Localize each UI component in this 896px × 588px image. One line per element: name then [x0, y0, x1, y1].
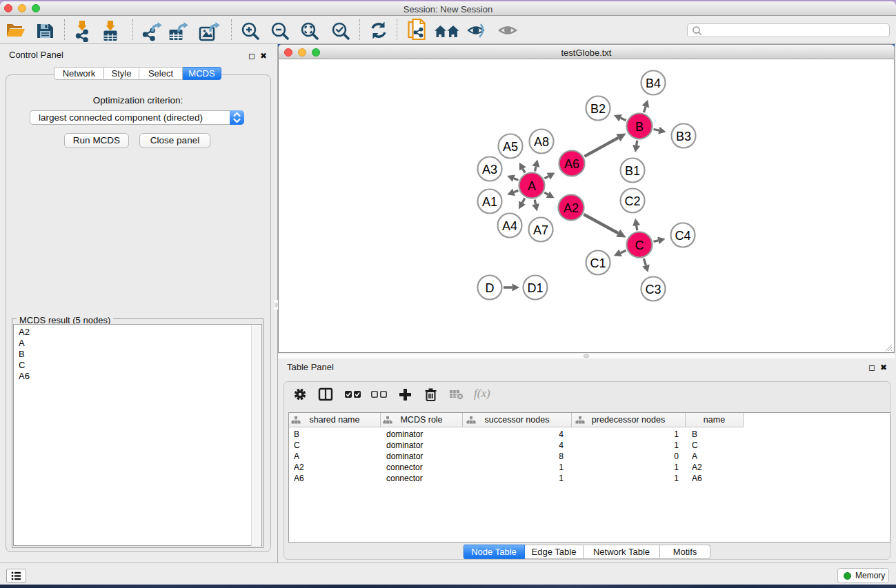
svg-text:B3: B3	[676, 130, 691, 143]
svg-text:A3: A3	[482, 163, 497, 176]
svg-text:B4: B4	[646, 77, 661, 90]
svg-text:A1: A1	[482, 195, 497, 209]
svg-text:A: A	[528, 179, 536, 193]
svg-text:D1: D1	[527, 281, 543, 295]
svg-text:B2: B2	[590, 102, 606, 116]
svg-text:D: D	[486, 281, 495, 295]
svg-text:A5: A5	[503, 140, 518, 154]
svg-text:C4: C4	[675, 229, 690, 243]
svg-text:C1: C1	[590, 256, 606, 270]
svg-text:A7: A7	[533, 223, 548, 237]
svg-text:B: B	[635, 120, 644, 134]
svg-text:A4: A4	[502, 219, 517, 233]
svg-text:C3: C3	[645, 283, 661, 296]
svg-text:A8: A8	[534, 135, 549, 149]
svg-text:A6: A6	[564, 157, 579, 171]
svg-text:A2: A2	[564, 201, 579, 215]
svg-text:C: C	[635, 239, 644, 252]
svg-text:B1: B1	[625, 164, 640, 178]
svg-text:C2: C2	[624, 194, 640, 208]
